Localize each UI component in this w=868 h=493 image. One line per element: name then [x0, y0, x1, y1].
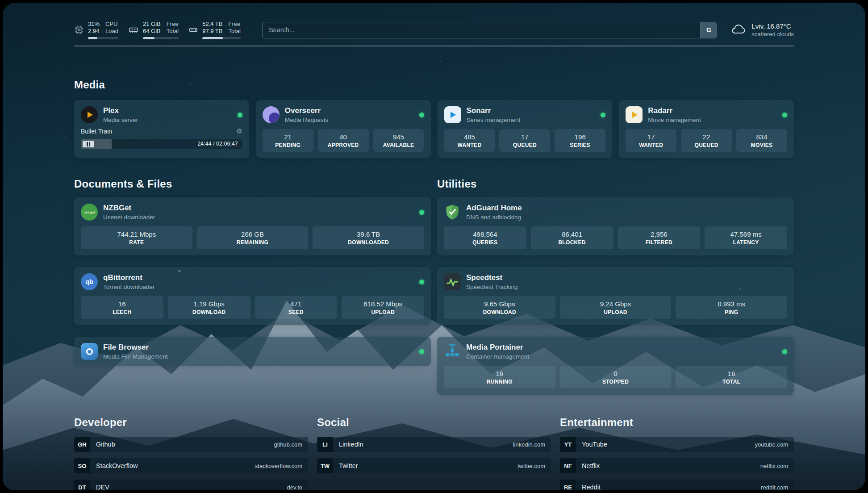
- bookmark-stackoverflow[interactable]: SO StackOverflow stackoverflow.com: [74, 458, 308, 473]
- adguard-shield-icon: [444, 204, 461, 221]
- disk-icon: [188, 25, 198, 35]
- sonarr-icon: [444, 106, 461, 123]
- radarr-icon: [626, 106, 643, 123]
- stat-blocked: 86,401 BLOCKED: [531, 226, 613, 249]
- app-subtitle: Media Requests: [285, 117, 329, 123]
- app-subtitle: Media server: [103, 117, 138, 123]
- app-name: Radarr: [648, 106, 701, 115]
- app-subtitle: Torrent downloader: [103, 284, 155, 290]
- bookmark-linkedin[interactable]: LI LinkedIn linkedin.com: [317, 437, 551, 452]
- nzbget-card[interactable]: nzbget NZBGet Usenet downloader 744.21 M…: [74, 197, 431, 255]
- snow-specks: [3, 3, 4, 4]
- radarr-card[interactable]: Radarr Movie management 17 WANTED 22 QUE…: [619, 100, 794, 158]
- stat-stopped: 0 STOPPED: [560, 366, 672, 389]
- filebrowser-card[interactable]: File Browser Media File Management: [74, 337, 431, 366]
- cpu-metric: 31% 2.94 CPU Load: [74, 21, 118, 39]
- app-name: Speedtest: [466, 273, 518, 282]
- media-grid: Plex Media server Bullet Train ⚙ 24:44 /…: [74, 100, 794, 158]
- app-name: Media Portainer: [466, 343, 529, 352]
- cpu-progress-bar: [88, 37, 118, 39]
- section-title-entertainment: Entertainment: [560, 416, 794, 429]
- app-name: Sonarr: [467, 106, 521, 115]
- plex-card[interactable]: Plex Media server Bullet Train ⚙ 24:44 /…: [74, 100, 249, 158]
- app-name: Plex: [103, 106, 138, 115]
- bookmark-twitter[interactable]: TW Twitter twitter.com: [317, 458, 551, 473]
- ram-progress-fill: [143, 37, 154, 39]
- stat-queued: 22 QUEUED: [681, 129, 732, 152]
- ram-label-2: Total: [167, 28, 179, 35]
- stat-wanted: 485 WANTED: [444, 129, 495, 152]
- bookmark-youtube[interactable]: YT YouTube youtube.com: [560, 437, 794, 452]
- overseerr-card[interactable]: Overseerr Media Requests 21 PENDING 40 A…: [256, 100, 431, 158]
- portainer-icon: [444, 343, 461, 360]
- cpu-icon: [74, 25, 84, 35]
- entertainment-bookmarks: Entertainment YT YouTube youtube.com NF …: [560, 395, 794, 490]
- status-dot: [419, 210, 424, 215]
- bookmark-reddit[interactable]: RE Reddit reddit.com: [560, 480, 794, 490]
- portainer-card[interactable]: Media Portainer Container management 16 …: [437, 337, 794, 395]
- utilities-column: Utilities AdGuard Home: [437, 158, 794, 395]
- section-title-social: Social: [317, 416, 551, 429]
- status-dot: [419, 113, 424, 117]
- qbittorrent-icon: qb: [81, 273, 98, 290]
- bookmark-netflix[interactable]: NF Netflix netflix.com: [560, 458, 794, 473]
- playback-time: 24:44 / 02:06:47: [197, 139, 238, 149]
- ram-free-value: 21 GiB: [143, 21, 161, 28]
- stat-upload: 9.24 Gbps UPLOAD: [560, 296, 672, 319]
- cloud-icon: [730, 23, 747, 37]
- status-dot: [419, 280, 424, 284]
- twitter-favicon: TW: [317, 458, 333, 473]
- bookmark-github[interactable]: GH Github github.com: [74, 437, 308, 452]
- ram-metric: 21 GiB 64 GiB Free Total: [128, 21, 179, 39]
- weather-location: Lviv, 16.87°C: [751, 22, 794, 30]
- window-frame: 31% 2.94 CPU Load: [0, 0, 868, 493]
- search-engine-button[interactable]: G: [700, 22, 717, 38]
- weather-widget[interactable]: Lviv, 16.87°C scattered clouds: [730, 22, 794, 38]
- linkedin-favicon: LI: [317, 437, 333, 452]
- search-input[interactable]: [262, 22, 717, 38]
- stat-pending: 21 PENDING: [263, 129, 313, 152]
- stat-remaining: 266 GB REMAINING: [197, 226, 309, 249]
- settings-gear-icon[interactable]: ⚙: [236, 127, 242, 135]
- app-subtitle: DNS and adblocking: [466, 214, 522, 221]
- cpu-label-2: Load: [105, 28, 118, 35]
- stat-leech: 16 LEECH: [81, 296, 163, 319]
- reddit-favicon: RE: [560, 480, 576, 490]
- adguard-card[interactable]: AdGuard Home DNS and adblocking 498,564 …: [437, 197, 794, 255]
- pause-button[interactable]: [83, 141, 94, 147]
- disk-metric: 52.4 TB 97.9 TB Free Total: [188, 21, 241, 39]
- disk-progress-fill: [202, 37, 223, 39]
- disk-progress-bar: [202, 37, 241, 39]
- sonarr-card[interactable]: Sonarr Series management 485 WANTED 17 Q…: [438, 100, 613, 158]
- stat-approved: 40 APPROVED: [318, 129, 369, 152]
- speedtest-icon: [444, 273, 461, 290]
- app-name: File Browser: [103, 343, 168, 352]
- status-dot: [238, 113, 242, 117]
- ram-icon: [128, 25, 139, 35]
- pause-icon: [87, 142, 90, 146]
- bookmark-dev[interactable]: DT DEV dev.to: [74, 480, 308, 490]
- documents-column: Documents & Files nzbget NZBGet Usenet d…: [74, 158, 431, 395]
- github-favicon: GH: [74, 437, 90, 452]
- status-dot: [419, 349, 424, 354]
- speedtest-card[interactable]: Speedtest Speedtest Tracking 9.65 Gbps D…: [437, 267, 794, 325]
- section-title-utilities: Utilities: [437, 178, 794, 190]
- status-dot: [601, 113, 605, 117]
- qbittorrent-card[interactable]: qb qBittorrent Torrent downloader 16 LEE…: [74, 267, 431, 325]
- playback-progress-bar[interactable]: 24:44 / 02:06:47: [81, 139, 242, 149]
- stackoverflow-favicon: SO: [74, 458, 90, 473]
- section-title-documents: Documents & Files: [74, 178, 431, 190]
- stat-latency: 47.569 ms LATENCY: [705, 226, 787, 249]
- ram-progress-bar: [143, 37, 179, 39]
- ram-label-1: Free: [167, 21, 179, 28]
- now-playing-title: Bullet Train: [81, 128, 112, 135]
- cpu-load-value: 2.94: [88, 28, 100, 35]
- stat-rate: 744.21 Mbps RATE: [81, 226, 192, 249]
- app-subtitle: Media File Management: [103, 353, 168, 360]
- stat-available: 945 AVAILABLE: [373, 129, 424, 152]
- filebrowser-icon: [81, 343, 98, 360]
- disk-label-1: Free: [228, 21, 240, 28]
- status-dot: [782, 113, 787, 117]
- social-bookmarks: Social LI LinkedIn linkedin.com TW Twitt…: [317, 395, 551, 490]
- section-title-media: Media: [74, 79, 794, 91]
